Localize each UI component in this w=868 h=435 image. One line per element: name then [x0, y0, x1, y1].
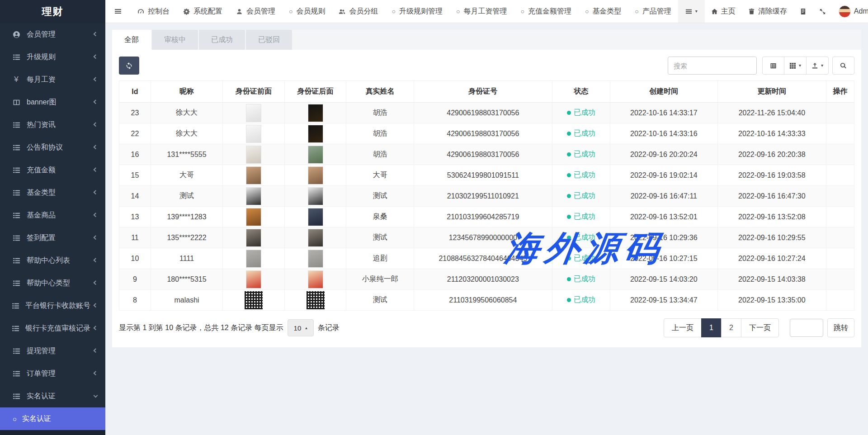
- operations-cell: [826, 103, 854, 123]
- sidebar-item[interactable]: 订单管理: [0, 362, 105, 385]
- nav-item[interactable]: 会员分组: [332, 0, 385, 23]
- search-button[interactable]: [832, 57, 854, 75]
- sidebar-menu: 会员管理升级规则¥每月工资banner图热门资讯公告和协议充值金额基金类型基金商…: [0, 23, 105, 407]
- fullscreen-button[interactable]: [813, 0, 832, 23]
- nav-item[interactable]: 系统配置: [176, 0, 229, 23]
- history-button[interactable]: [793, 0, 813, 23]
- id-card-front-image[interactable]: [246, 250, 261, 268]
- chevron-left-icon: [94, 99, 98, 104]
- sidebar-item[interactable]: 热门资讯: [0, 113, 105, 136]
- cell: 2022-09-16 10:27:24: [717, 248, 826, 269]
- id-card-front-image[interactable]: [245, 291, 263, 309]
- nav-menu-dropdown-button[interactable]: ▾: [678, 0, 705, 23]
- sidebar-item[interactable]: 基金商品: [0, 204, 105, 227]
- cell: [284, 290, 346, 311]
- id-card-back-image[interactable]: [308, 229, 323, 247]
- id-card-front-image[interactable]: [246, 229, 261, 247]
- cell: 2022-10-16 14:33:33: [717, 123, 826, 144]
- sidebar-item[interactable]: 签到配置: [0, 227, 105, 249]
- nav-item-label: 基金类型: [592, 7, 621, 16]
- id-card-back-image[interactable]: [308, 166, 323, 184]
- sidebar-item[interactable]: 公告和协议: [0, 136, 105, 159]
- nav-item[interactable]: ○每月工资管理: [449, 0, 514, 23]
- sidebar-item[interactable]: 帮助中心列表: [0, 249, 105, 272]
- status-badge: 已成功: [567, 192, 595, 199]
- nav-item[interactable]: ○会员规则: [282, 0, 332, 23]
- search-input[interactable]: [668, 57, 757, 75]
- status-badge: 已成功: [567, 171, 595, 179]
- clear-cache-button[interactable]: 清除缓存: [742, 0, 793, 23]
- id-card-front-image[interactable]: [246, 104, 261, 122]
- nav-item[interactable]: 控制台: [131, 0, 176, 23]
- hamburger-icon: [114, 8, 122, 15]
- tab-all[interactable]: 全部: [112, 30, 151, 50]
- id-number: 210302199511010921: [447, 192, 519, 200]
- columns-toggle-button[interactable]: ▾: [784, 57, 807, 75]
- operations-cell: [826, 269, 854, 290]
- sidebar-subitem[interactable]: ○实名认证: [0, 407, 105, 430]
- sidebar-item[interactable]: 会员管理: [0, 23, 105, 46]
- sidebar-item[interactable]: ¥每月工资: [0, 68, 105, 91]
- sidebar-item[interactable]: 实名认证: [0, 385, 105, 407]
- sidebar-item[interactable]: 平台银行卡收款账号: [0, 294, 105, 317]
- jump-button[interactable]: 跳转: [827, 318, 854, 337]
- id-number: 429006198803170056: [447, 109, 519, 117]
- prev-page-button[interactable]: 上一页: [664, 318, 702, 337]
- sidebar-item[interactable]: 基金类型: [0, 181, 105, 204]
- cell: 已成功: [552, 269, 610, 290]
- cell: 180****5315: [151, 269, 222, 290]
- id-card-back-image[interactable]: [308, 146, 323, 164]
- sidebar-item[interactable]: 帮助中心类型: [0, 272, 105, 294]
- updated-time: 2022-09-16 10:29:55: [738, 234, 806, 241]
- sidebar-item-label: 基金商品: [27, 211, 56, 220]
- sidebar-item[interactable]: 提现管理: [0, 340, 105, 362]
- nav-item[interactable]: ○升级规则管理: [385, 0, 449, 23]
- id-number: 530624199801091511: [447, 171, 519, 179]
- page-button[interactable]: 1: [701, 318, 722, 337]
- id-card-front-image[interactable]: [246, 166, 261, 184]
- nav-item[interactable]: ○基金类型: [578, 0, 628, 23]
- page-button[interactable]: 2: [721, 318, 741, 337]
- next-page-button[interactable]: 下一页: [741, 318, 779, 337]
- cell: 徐大大: [151, 103, 222, 123]
- id-card-back-image[interactable]: [308, 187, 323, 205]
- status-label: 已成功: [574, 150, 595, 158]
- id-card-front-image[interactable]: [246, 125, 261, 143]
- id-card-back-image[interactable]: [308, 104, 323, 122]
- id-card-back-image[interactable]: [308, 125, 323, 143]
- chevron-left-icon: [94, 122, 98, 127]
- operations-cell: [826, 227, 854, 248]
- nav-item[interactable]: ○产品管理: [628, 0, 678, 23]
- tab-2[interactable]: 已成功: [199, 30, 245, 50]
- cell: 9: [119, 269, 151, 290]
- id-card-back-image[interactable]: [308, 208, 323, 226]
- id-card-front-image[interactable]: [246, 187, 261, 205]
- page-size-dropdown[interactable]: 10 ▴: [288, 319, 314, 336]
- status-dot-icon: [567, 215, 571, 219]
- export-button[interactable]: ▾: [806, 57, 829, 75]
- cell: [284, 144, 346, 165]
- detail-view-button[interactable]: [762, 57, 784, 75]
- home-button[interactable]: 主页: [705, 0, 742, 23]
- jump-page-input[interactable]: [790, 319, 823, 337]
- id-card-back-image[interactable]: [307, 291, 325, 309]
- refresh-button[interactable]: [119, 57, 139, 75]
- sidebar-item[interactable]: banner图: [0, 91, 105, 113]
- sidebar-item[interactable]: 升级规则: [0, 46, 105, 68]
- sidebar-toggle-button[interactable]: [105, 0, 131, 23]
- id-card-back-image[interactable]: [308, 270, 323, 288]
- sidebar-item[interactable]: 银行卡充值审核记录: [0, 317, 105, 340]
- sidebar-item[interactable]: 充值金额: [0, 159, 105, 181]
- id-card-front-image[interactable]: [246, 146, 261, 164]
- chevron-left-icon: [94, 258, 98, 262]
- user-menu-button[interactable]: Admin: [832, 0, 868, 23]
- nav-item[interactable]: 会员管理: [229, 0, 282, 23]
- id-card-back-image[interactable]: [308, 250, 323, 268]
- cell: 13: [119, 207, 151, 227]
- tab-1[interactable]: 审核中: [152, 30, 198, 50]
- tab-3[interactable]: 已驳回: [246, 30, 292, 50]
- id-card-front-image[interactable]: [246, 270, 261, 288]
- id-card-front-image[interactable]: [246, 208, 261, 226]
- page-size-value: 10: [294, 324, 302, 332]
- nav-item[interactable]: ○充值金额管理: [514, 0, 578, 23]
